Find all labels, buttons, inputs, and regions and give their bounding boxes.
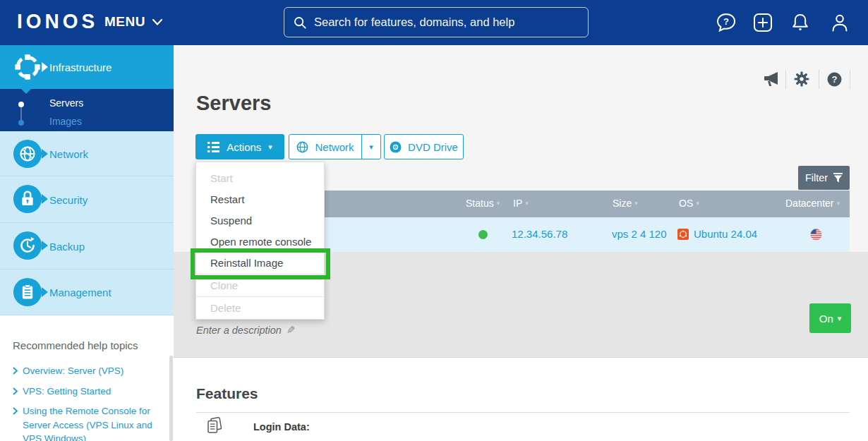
sidebar-item-label: Security [49,194,88,206]
chevron-right-icon [13,387,18,395]
chevron-right-icon [13,407,18,415]
ubuntu-logo-icon [677,229,689,240]
item-pointer [42,149,48,159]
caret-down-icon: ▾ [838,315,842,322]
sidebar-item-label: Infrastructure [49,61,111,73]
sidebar-item-label: Management [49,286,111,298]
power-state-label: On [819,313,833,325]
menu-item-open-remote-console[interactable]: Open remote console [196,231,324,253]
dvd-drive-label: DVD Drive [408,141,458,153]
item-pointer [42,287,48,297]
section-divider [196,412,850,413]
sidebar-subitem-servers[interactable]: Servers [49,97,83,109]
sidebar-item-label: Backup [49,241,85,253]
management-clipboard-icon [13,277,42,307]
svg-text:?: ? [723,16,729,27]
page-title: Servers [196,92,271,115]
menu-button[interactable]: MENU [104,14,163,30]
infrastructure-icon [13,52,42,82]
server-size: vps 2 4 120 [612,228,667,240]
power-state-button[interactable]: On ▾ [809,303,851,333]
server-description-field[interactable]: Enter a description ✎ [196,324,295,337]
sort-caret-icon: ▾ [836,200,840,207]
actions-dropdown-menu: Start Restart Suspend Open remote consol… [195,162,325,320]
column-header-datacenter[interactable]: Datacenter▾ [785,198,840,209]
help-question-icon[interactable]: ? [826,71,843,87]
menu-item-clone: Clone [196,274,324,296]
item-pointer [42,194,48,204]
dvd-drive-button[interactable]: DVD Drive [384,134,464,159]
caret-down-icon: ▾ [268,143,272,151]
top-navigation-bar: IONOS MENU ? [0,0,868,45]
bullet-dot [18,102,24,107]
help-link[interactable]: Overview: Server (VPS) [13,364,172,378]
help-link[interactable]: VPS: Getting Started [13,385,172,399]
sort-caret-icon: ▾ [497,200,500,207]
menu-item-restart[interactable]: Restart [196,189,324,210]
list-icon [207,142,219,152]
actions-button[interactable]: Actions ▾ [195,134,284,159]
menu-item-delete: Delete [196,296,324,319]
add-icon[interactable] [752,12,773,33]
chevron-down-icon [152,18,163,26]
security-lock-icon [13,184,42,214]
network-button[interactable]: Network [289,134,362,159]
filter-funnel-icon [833,173,843,183]
ionos-logo[interactable]: IONOS [17,9,98,34]
network-label: Network [315,141,354,153]
network-dropdown-caret[interactable]: ▾ [361,134,381,159]
item-pointer [42,241,48,250]
sort-caret-icon: ▾ [696,200,699,207]
us-flag-icon [810,229,822,241]
column-header-os[interactable]: OS▾ [679,198,699,209]
sidebar-subitem-images[interactable]: Images [49,116,82,127]
login-data-icon [205,416,224,435]
divider [819,70,819,89]
announcements-megaphone-icon[interactable] [763,71,780,87]
divider [850,70,850,89]
server-ip[interactable]: 12.34.56.78 [512,228,567,240]
help-topics-title: Recommended help topics [13,339,138,351]
bullet-dot [18,120,24,126]
features-section-title: Features [196,385,258,402]
sort-caret-icon: ▾ [634,200,638,207]
global-search-box[interactable] [284,7,589,37]
filter-button[interactable]: Filter [798,166,850,190]
column-header-size[interactable]: Size▾ [613,198,638,209]
user-account-icon[interactable] [829,12,850,33]
divider [785,70,786,89]
sort-caret-icon: ▾ [525,200,529,207]
column-header-ip[interactable]: IP▾ [513,198,529,209]
column-header-status[interactable]: Status▾ [466,198,500,209]
globe-icon [296,141,308,153]
search-icon [293,16,307,30]
caret-down-icon: ▾ [369,143,373,151]
search-input[interactable] [314,16,579,29]
menu-item-suspend[interactable]: Suspend [196,210,324,231]
filter-label: Filter [805,172,828,183]
sidebar-item-network[interactable]: Network [0,131,174,176]
description-placeholder: Enter a description [196,325,282,336]
sidebar-item-infrastructure[interactable]: Infrastructure [0,45,174,89]
sidebar-item-backup[interactable]: Backup [0,223,174,270]
submenu-notch [21,89,31,94]
server-os: Ubuntu 24.04 [694,228,757,240]
sidebar-item-label: Network [49,148,88,160]
sidebar-navigation: Infrastructure Servers Images Network Se… [0,45,174,441]
help-bubble-icon[interactable]: ? [716,12,737,33]
chevron-right-icon [13,367,18,375]
ionos-control-panel: IONOS MENU ? Infrastructure Servers Imag… [0,0,868,441]
sidebar-item-management[interactable]: Management [0,270,174,315]
status-online-dot [478,230,488,239]
sidebar-item-security[interactable]: Security [0,176,174,223]
notifications-bell-icon[interactable] [790,12,811,33]
edit-pencil-icon: ✎ [287,324,296,337]
dvd-disc-icon [390,141,402,153]
menu-item-reinstall-image[interactable]: Reinstall Image [196,253,324,274]
svg-text:?: ? [832,74,838,85]
sidebar-scrollbar[interactable] [169,356,173,441]
settings-gear-icon[interactable] [793,71,810,87]
menu-label: MENU [104,14,145,30]
login-data-label: Login Data: [253,421,310,433]
help-link[interactable]: Using the Remote Console for Server Acce… [13,404,172,441]
